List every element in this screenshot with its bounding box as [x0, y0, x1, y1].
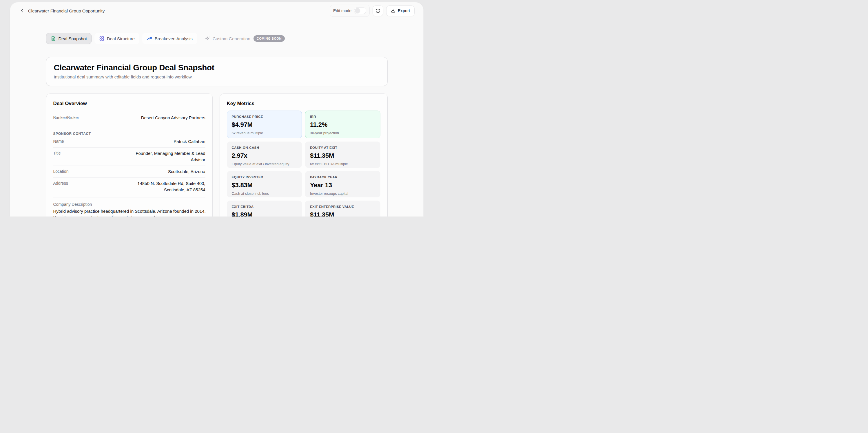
tab-label: Deal Snapshot — [59, 36, 87, 41]
field-label: Name — [53, 138, 64, 143]
deal-overview-card: Deal Overview Banker/Broker Desert Canyo… — [46, 94, 213, 216]
metric-value: $4.97M — [232, 121, 297, 129]
metric-tile-irr: IRR 11.2% 30-year projection — [305, 110, 380, 138]
header-actions: Edit mode Export — [330, 5, 414, 17]
header: Clearwater Financial Group Opportunity E… — [10, 2, 423, 19]
deal-overview-heading: Deal Overview — [53, 101, 206, 106]
metric-caption: 5x revenue multiple — [232, 131, 297, 135]
download-icon — [391, 8, 396, 13]
metric-caption: Equity value at exit / invested equity — [232, 162, 297, 166]
field-value: Desert Canyon Advisory Partners — [141, 114, 206, 121]
sponsor-contact-fields: Name Patrick Callahan Title Founder, Man… — [53, 136, 206, 197]
tab-custom-generation: Custom Generation COMING SOON — [200, 32, 289, 44]
page-title: Clearwater Financial Group Deal Snapshot — [54, 63, 380, 72]
key-metrics-card: Key Metrics PURCHASE PRICE $4.97M 5x rev… — [220, 94, 388, 216]
export-label: Export — [398, 8, 410, 13]
toggle-knob — [355, 8, 360, 13]
field-label: Title — [53, 150, 61, 156]
file-text-icon — [51, 36, 56, 41]
tab-deal-snapshot[interactable]: Deal Snapshot — [46, 33, 92, 44]
metric-label: EQUITY INVESTED — [232, 175, 297, 179]
metric-label: PAYBACK YEAR — [310, 175, 375, 179]
refresh-button[interactable] — [373, 5, 383, 16]
metric-label: IRR — [310, 115, 375, 119]
refresh-icon — [375, 8, 380, 13]
field-row-location: Location Scottsdale, Arizona — [53, 166, 206, 178]
breadcrumb-title: Clearwater Financial Group Opportunity — [28, 8, 104, 13]
field-label: Address — [53, 180, 68, 186]
tab-label: Breakeven Analysis — [155, 36, 193, 41]
metric-caption: Investor recoups capital — [310, 192, 375, 196]
field-value: 14850 N. Scottsdale Rd, Suite 400, Scott… — [131, 180, 206, 193]
field-label: Banker/Broker — [53, 114, 79, 120]
metric-tile-equity-invested: EQUITY INVESTED $3.83M Cash at close inc… — [227, 171, 302, 197]
company-description-text: Hybrid advisory practice headquartered i… — [53, 208, 206, 216]
metric-value: Year 13 — [310, 181, 375, 189]
company-description-label: Company Description — [53, 202, 206, 207]
metric-value: $1.89M — [232, 211, 297, 216]
header-left: Clearwater Financial Group Opportunity — [19, 7, 104, 14]
metric-caption: 6x exit EBITDA multiple — [310, 162, 375, 166]
edit-mode-label: Edit mode — [333, 8, 351, 13]
metric-caption: 30-year projection — [310, 131, 375, 135]
content-grid: Deal Overview Banker/Broker Desert Canyo… — [46, 94, 388, 216]
export-button[interactable]: Export — [386, 5, 414, 16]
field-value: Scottsdale, Arizona — [168, 168, 205, 175]
field-row-address: Address 14850 N. Scottsdale Rd, Suite 40… — [53, 178, 206, 197]
metric-tile-exit-ebitda: EXIT EBITDA $1.89M — [227, 201, 302, 216]
metric-label: EQUITY AT EXIT — [310, 146, 375, 149]
field-row-banker: Banker/Broker Desert Canyon Advisory Par… — [53, 111, 206, 127]
edit-mode-cluster: Edit mode — [330, 5, 370, 17]
back-button[interactable] — [19, 7, 25, 14]
metric-value: $11.35M — [310, 211, 375, 216]
field-row-name: Name Patrick Callahan — [53, 136, 206, 147]
app-viewport: Clearwater Financial Group Opportunity E… — [0, 0, 434, 216]
metric-label: EXIT ENTERPRISE VALUE — [310, 205, 375, 208]
app-window: Clearwater Financial Group Opportunity E… — [10, 2, 424, 216]
metric-value: $3.83M — [232, 181, 297, 189]
tab-breakeven-analysis[interactable]: Breakeven Analysis — [142, 33, 197, 44]
coming-soon-badge: COMING SOON — [253, 35, 285, 42]
tab-label: Custom Generation — [213, 36, 250, 41]
metric-value: $11.35M — [310, 152, 375, 160]
metric-label: CASH-ON-CASH — [232, 146, 297, 149]
sparkles-icon — [205, 36, 210, 41]
metric-tile-purchase-price: PURCHASE PRICE $4.97M 5x revenue multipl… — [227, 110, 302, 138]
tab-bar: Deal Snapshot Deal Structure Breakeven A… — [46, 32, 388, 44]
tab-deal-structure[interactable]: Deal Structure — [94, 33, 140, 44]
field-value: Patrick Callahan — [174, 138, 205, 145]
field-label: Location — [53, 168, 69, 174]
edit-mode-toggle[interactable] — [354, 7, 366, 14]
metric-tile-cash-on-cash: CASH-ON-CASH 2.97x Equity value at exit … — [227, 141, 302, 168]
metric-value: 11.2% — [310, 121, 375, 129]
field-row-title: Title Founder, Managing Member & Lead Ad… — [53, 147, 206, 166]
trend-up-icon — [147, 36, 152, 41]
main-content: Deal Snapshot Deal Structure Breakeven A… — [46, 32, 388, 216]
metric-value: 2.97x — [232, 152, 297, 160]
sponsor-contact-heading: SPONSOR CONTACT — [53, 132, 206, 136]
grid-icon — [99, 36, 104, 41]
metric-tile-equity-at-exit: EQUITY AT EXIT $11.35M 6x exit EBITDA mu… — [305, 141, 380, 168]
metric-label: EXIT EBITDA — [232, 205, 297, 208]
metric-tile-payback-year: PAYBACK YEAR Year 13 Investor recoups ca… — [305, 171, 380, 197]
metric-tiles: PURCHASE PRICE $4.97M 5x revenue multipl… — [227, 110, 380, 216]
key-metrics-heading: Key Metrics — [227, 101, 380, 106]
page-title-card: Clearwater Financial Group Deal Snapshot… — [46, 57, 388, 86]
tab-label: Deal Structure — [107, 36, 135, 41]
metric-label: PURCHASE PRICE — [232, 115, 297, 119]
chevron-left-icon — [20, 8, 25, 13]
metric-caption: Cash at close incl. fees — [232, 192, 297, 196]
page-subtitle: Institutional deal summary with editable… — [54, 74, 380, 79]
metric-tile-exit-enterprise-value: EXIT ENTERPRISE VALUE $11.35M — [305, 201, 380, 216]
field-value: Founder, Managing Member & Lead Advisor — [131, 150, 206, 163]
